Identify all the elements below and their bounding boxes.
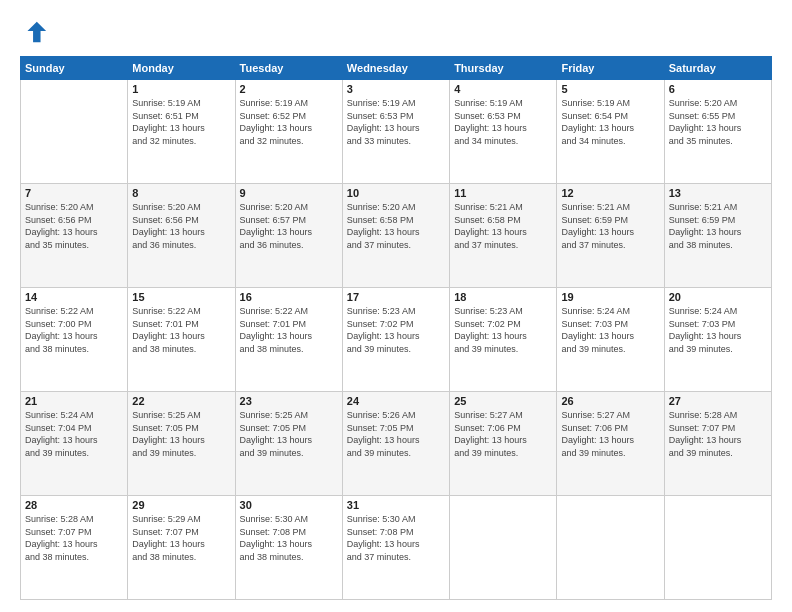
cell-info: Sunrise: 5:21 AM Sunset: 6:58 PM Dayligh…	[454, 201, 552, 251]
day-number: 1	[132, 83, 230, 95]
day-number: 22	[132, 395, 230, 407]
calendar-cell: 25Sunrise: 5:27 AM Sunset: 7:06 PM Dayli…	[450, 392, 557, 496]
cell-info: Sunrise: 5:19 AM Sunset: 6:51 PM Dayligh…	[132, 97, 230, 147]
day-number: 4	[454, 83, 552, 95]
calendar-cell	[450, 496, 557, 600]
calendar-cell: 9Sunrise: 5:20 AM Sunset: 6:57 PM Daylig…	[235, 184, 342, 288]
calendar-cell: 11Sunrise: 5:21 AM Sunset: 6:58 PM Dayli…	[450, 184, 557, 288]
weekday-header-monday: Monday	[128, 57, 235, 80]
calendar-cell: 1Sunrise: 5:19 AM Sunset: 6:51 PM Daylig…	[128, 80, 235, 184]
cell-info: Sunrise: 5:30 AM Sunset: 7:08 PM Dayligh…	[240, 513, 338, 563]
cell-info: Sunrise: 5:26 AM Sunset: 7:05 PM Dayligh…	[347, 409, 445, 459]
day-number: 6	[669, 83, 767, 95]
calendar-cell: 8Sunrise: 5:20 AM Sunset: 6:56 PM Daylig…	[128, 184, 235, 288]
weekday-header-tuesday: Tuesday	[235, 57, 342, 80]
cell-info: Sunrise: 5:24 AM Sunset: 7:03 PM Dayligh…	[561, 305, 659, 355]
cell-info: Sunrise: 5:19 AM Sunset: 6:54 PM Dayligh…	[561, 97, 659, 147]
day-number: 21	[25, 395, 123, 407]
calendar-cell: 20Sunrise: 5:24 AM Sunset: 7:03 PM Dayli…	[664, 288, 771, 392]
calendar-cell: 13Sunrise: 5:21 AM Sunset: 6:59 PM Dayli…	[664, 184, 771, 288]
calendar-cell: 27Sunrise: 5:28 AM Sunset: 7:07 PM Dayli…	[664, 392, 771, 496]
day-number: 16	[240, 291, 338, 303]
logo	[20, 18, 52, 46]
calendar-cell	[664, 496, 771, 600]
day-number: 19	[561, 291, 659, 303]
calendar-week-row: 28Sunrise: 5:28 AM Sunset: 7:07 PM Dayli…	[21, 496, 772, 600]
cell-info: Sunrise: 5:19 AM Sunset: 6:53 PM Dayligh…	[347, 97, 445, 147]
cell-info: Sunrise: 5:28 AM Sunset: 7:07 PM Dayligh…	[669, 409, 767, 459]
day-number: 25	[454, 395, 552, 407]
calendar-cell: 22Sunrise: 5:25 AM Sunset: 7:05 PM Dayli…	[128, 392, 235, 496]
calendar-cell: 2Sunrise: 5:19 AM Sunset: 6:52 PM Daylig…	[235, 80, 342, 184]
calendar-week-row: 14Sunrise: 5:22 AM Sunset: 7:00 PM Dayli…	[21, 288, 772, 392]
calendar-cell: 23Sunrise: 5:25 AM Sunset: 7:05 PM Dayli…	[235, 392, 342, 496]
day-number: 8	[132, 187, 230, 199]
weekday-header-saturday: Saturday	[664, 57, 771, 80]
day-number: 10	[347, 187, 445, 199]
cell-info: Sunrise: 5:22 AM Sunset: 7:01 PM Dayligh…	[132, 305, 230, 355]
cell-info: Sunrise: 5:24 AM Sunset: 7:03 PM Dayligh…	[669, 305, 767, 355]
cell-info: Sunrise: 5:20 AM Sunset: 6:55 PM Dayligh…	[669, 97, 767, 147]
calendar-cell: 5Sunrise: 5:19 AM Sunset: 6:54 PM Daylig…	[557, 80, 664, 184]
day-number: 24	[347, 395, 445, 407]
cell-info: Sunrise: 5:23 AM Sunset: 7:02 PM Dayligh…	[454, 305, 552, 355]
svg-marker-0	[27, 22, 46, 43]
calendar-cell: 7Sunrise: 5:20 AM Sunset: 6:56 PM Daylig…	[21, 184, 128, 288]
cell-info: Sunrise: 5:22 AM Sunset: 7:01 PM Dayligh…	[240, 305, 338, 355]
day-number: 28	[25, 499, 123, 511]
calendar-cell: 24Sunrise: 5:26 AM Sunset: 7:05 PM Dayli…	[342, 392, 449, 496]
cell-info: Sunrise: 5:23 AM Sunset: 7:02 PM Dayligh…	[347, 305, 445, 355]
calendar-cell: 17Sunrise: 5:23 AM Sunset: 7:02 PM Dayli…	[342, 288, 449, 392]
day-number: 11	[454, 187, 552, 199]
cell-info: Sunrise: 5:30 AM Sunset: 7:08 PM Dayligh…	[347, 513, 445, 563]
day-number: 13	[669, 187, 767, 199]
cell-info: Sunrise: 5:19 AM Sunset: 6:52 PM Dayligh…	[240, 97, 338, 147]
day-number: 2	[240, 83, 338, 95]
cell-info: Sunrise: 5:28 AM Sunset: 7:07 PM Dayligh…	[25, 513, 123, 563]
calendar-table: SundayMondayTuesdayWednesdayThursdayFrid…	[20, 56, 772, 600]
cell-info: Sunrise: 5:20 AM Sunset: 6:56 PM Dayligh…	[132, 201, 230, 251]
weekday-header-wednesday: Wednesday	[342, 57, 449, 80]
cell-info: Sunrise: 5:27 AM Sunset: 7:06 PM Dayligh…	[454, 409, 552, 459]
cell-info: Sunrise: 5:21 AM Sunset: 6:59 PM Dayligh…	[669, 201, 767, 251]
day-number: 7	[25, 187, 123, 199]
calendar-cell: 31Sunrise: 5:30 AM Sunset: 7:08 PM Dayli…	[342, 496, 449, 600]
calendar-cell: 12Sunrise: 5:21 AM Sunset: 6:59 PM Dayli…	[557, 184, 664, 288]
day-number: 14	[25, 291, 123, 303]
day-number: 30	[240, 499, 338, 511]
cell-info: Sunrise: 5:29 AM Sunset: 7:07 PM Dayligh…	[132, 513, 230, 563]
day-number: 26	[561, 395, 659, 407]
cell-info: Sunrise: 5:20 AM Sunset: 6:57 PM Dayligh…	[240, 201, 338, 251]
cell-info: Sunrise: 5:24 AM Sunset: 7:04 PM Dayligh…	[25, 409, 123, 459]
calendar-cell: 6Sunrise: 5:20 AM Sunset: 6:55 PM Daylig…	[664, 80, 771, 184]
cell-info: Sunrise: 5:19 AM Sunset: 6:53 PM Dayligh…	[454, 97, 552, 147]
cell-info: Sunrise: 5:22 AM Sunset: 7:00 PM Dayligh…	[25, 305, 123, 355]
day-number: 20	[669, 291, 767, 303]
calendar-cell: 15Sunrise: 5:22 AM Sunset: 7:01 PM Dayli…	[128, 288, 235, 392]
weekday-header-friday: Friday	[557, 57, 664, 80]
cell-info: Sunrise: 5:21 AM Sunset: 6:59 PM Dayligh…	[561, 201, 659, 251]
calendar-week-row: 1Sunrise: 5:19 AM Sunset: 6:51 PM Daylig…	[21, 80, 772, 184]
day-number: 18	[454, 291, 552, 303]
day-number: 23	[240, 395, 338, 407]
calendar-week-row: 21Sunrise: 5:24 AM Sunset: 7:04 PM Dayli…	[21, 392, 772, 496]
header	[20, 18, 772, 46]
cell-info: Sunrise: 5:20 AM Sunset: 6:56 PM Dayligh…	[25, 201, 123, 251]
day-number: 15	[132, 291, 230, 303]
calendar-cell: 29Sunrise: 5:29 AM Sunset: 7:07 PM Dayli…	[128, 496, 235, 600]
day-number: 5	[561, 83, 659, 95]
calendar-cell: 3Sunrise: 5:19 AM Sunset: 6:53 PM Daylig…	[342, 80, 449, 184]
calendar-cell: 10Sunrise: 5:20 AM Sunset: 6:58 PM Dayli…	[342, 184, 449, 288]
calendar-cell: 30Sunrise: 5:30 AM Sunset: 7:08 PM Dayli…	[235, 496, 342, 600]
weekday-header-thursday: Thursday	[450, 57, 557, 80]
day-number: 12	[561, 187, 659, 199]
calendar-cell: 18Sunrise: 5:23 AM Sunset: 7:02 PM Dayli…	[450, 288, 557, 392]
day-number: 29	[132, 499, 230, 511]
calendar-cell: 16Sunrise: 5:22 AM Sunset: 7:01 PM Dayli…	[235, 288, 342, 392]
cell-info: Sunrise: 5:25 AM Sunset: 7:05 PM Dayligh…	[132, 409, 230, 459]
calendar-cell: 21Sunrise: 5:24 AM Sunset: 7:04 PM Dayli…	[21, 392, 128, 496]
calendar-week-row: 7Sunrise: 5:20 AM Sunset: 6:56 PM Daylig…	[21, 184, 772, 288]
page: SundayMondayTuesdayWednesdayThursdayFrid…	[0, 0, 792, 612]
day-number: 3	[347, 83, 445, 95]
cell-info: Sunrise: 5:25 AM Sunset: 7:05 PM Dayligh…	[240, 409, 338, 459]
